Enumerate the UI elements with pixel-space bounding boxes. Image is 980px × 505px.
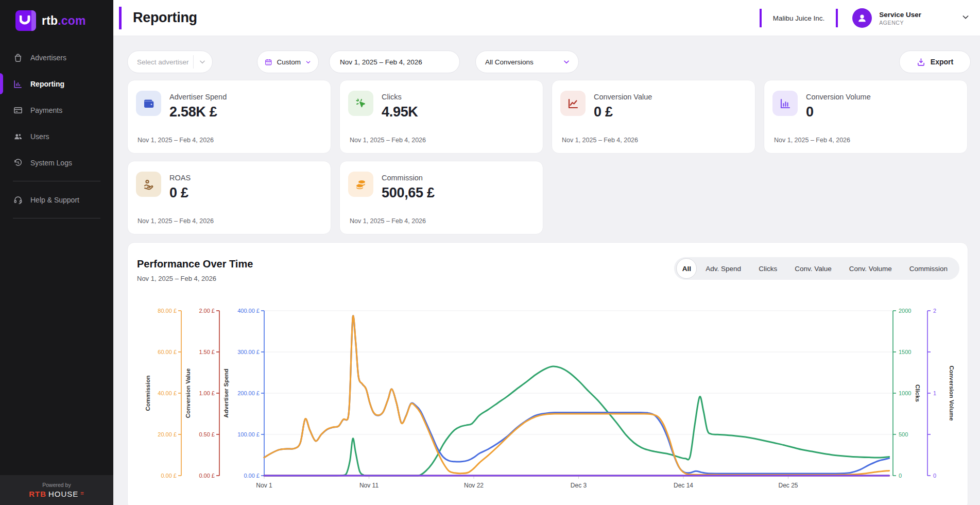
metric-value: 0 £	[169, 185, 188, 201]
sidebar-item-reporting[interactable]: Reporting	[0, 71, 113, 97]
metric-title: Advertiser Spend	[169, 93, 227, 101]
powered-by-label: Powered by	[42, 482, 71, 488]
users-icon	[13, 131, 23, 142]
metric-period: Nov 1, 2025 – Feb 4, 2026	[350, 137, 426, 144]
sidebar-item-users[interactable]: Users	[0, 123, 113, 149]
axis-tick-label: 1.00 £	[199, 390, 215, 396]
metric-title: Clicks	[382, 93, 402, 101]
sidebar-nav: Advertisers Reporting Payments Users Sys…	[0, 44, 113, 224]
tab-all[interactable]: All	[676, 258, 697, 279]
conversions-select[interactable]: All Conversions	[475, 50, 579, 73]
metric-card-roas: ROAS 0 £ Nov 1, 2025 – Feb 4, 2026	[127, 161, 331, 234]
metric-title: ROAS	[169, 174, 191, 182]
date-preset-select[interactable]: Custom	[257, 50, 319, 73]
sidebar-item-payments[interactable]: Payments	[0, 97, 113, 123]
axis-tick-label: 40.00 £	[158, 390, 177, 396]
tab-conv-volume[interactable]: Conv. Volume	[840, 265, 901, 273]
axis-tick-label: 100.00 £	[237, 431, 260, 437]
bar-chart-icon	[13, 79, 23, 89]
chevron-down-icon	[199, 58, 206, 65]
cursor-click-icon	[348, 91, 373, 116]
advertiser-select-placeholder: Select advertiser	[137, 58, 189, 66]
reporting-dashboard: { "sidebar": { "logo": { "brand": "rtb",…	[0, 0, 980, 505]
rtb-house-logo: RTBHOUSE=	[29, 490, 84, 498]
filter-bar: Select advertiser Custom Nov 1, 2025 – F…	[127, 50, 971, 73]
axis-tick-label: 0.50 £	[199, 431, 215, 437]
x-axis-label: Dec 14	[674, 482, 693, 489]
user-menu[interactable]: Service User AGENCY	[852, 8, 970, 28]
user-role: AGENCY	[879, 20, 921, 26]
metric-period: Nov 1, 2025 – Feb 4, 2026	[562, 137, 638, 144]
user-name: Service User	[879, 11, 921, 19]
sidebar-item-label: Advertisers	[30, 54, 66, 62]
axis-tick-label: 1.50 £	[199, 349, 215, 355]
axis-tick-label: 0.00 £	[199, 473, 215, 479]
title-accent-bar	[119, 7, 122, 29]
page-title: Reporting	[133, 10, 197, 26]
axis-title-adv_spend: Advertiser Spend	[223, 368, 229, 417]
metric-period: Nov 1, 2025 – Feb 4, 2026	[350, 217, 426, 225]
sidebar-item-advertisers[interactable]: Advertisers	[0, 44, 113, 71]
metric-period: Nov 1, 2025 – Feb 4, 2026	[137, 137, 214, 144]
performance-over-time-card: Performance Over Time Nov 1, 2025 – Feb …	[127, 242, 968, 505]
axis-tick-label: 1500	[899, 349, 911, 355]
x-axis-label: Nov 22	[464, 482, 484, 489]
axis-tick-label: 1000	[899, 390, 911, 396]
metric-value: 2.58K £	[169, 104, 217, 120]
company-accent-bar-right	[836, 9, 838, 27]
axis-tick-label: 2000	[899, 308, 911, 314]
metric-period: Nov 1, 2025 – Feb 4, 2026	[774, 137, 850, 144]
axis-title-commission: Commission	[145, 375, 151, 411]
sidebar-item-system-logs[interactable]: System Logs	[0, 149, 113, 176]
logo-text: rtb.com	[42, 14, 86, 28]
tab-adv-spend[interactable]: Adv. Spend	[697, 265, 750, 273]
tab-clicks[interactable]: Clicks	[750, 265, 786, 273]
axis-tick-label: 500	[899, 431, 908, 437]
metric-card-commission: Commission 500,65 £ Nov 1, 2025 – Feb 4,…	[339, 161, 543, 234]
conversions-value: All Conversions	[485, 58, 534, 66]
sidebar-item-label: Reporting	[30, 80, 64, 88]
sidebar-item-help-support[interactable]: Help & Support	[0, 187, 113, 213]
metric-value: 0 £	[594, 104, 613, 120]
user-avatar-icon	[852, 8, 872, 28]
advertiser-select[interactable]: Select advertiser	[127, 50, 213, 73]
hand-coin-icon	[136, 172, 161, 197]
metric-tabs: All Adv. Spend Clicks Conv. Value Conv. …	[674, 257, 959, 280]
company-label: Malibu Juice Inc.	[762, 14, 836, 22]
sidebar-item-label: Users	[30, 132, 49, 141]
axis-tick-label: 0	[933, 473, 936, 479]
metric-value: 4.95K	[382, 104, 418, 120]
chevron-down-icon[interactable]	[961, 13, 970, 23]
axis-tick-label: 60.00 £	[158, 349, 177, 355]
metric-card-conversion-value: Conversion Value 0 £ Nov 1, 2025 – Feb 4…	[552, 80, 755, 154]
app-logo[interactable]: rtb.com	[15, 10, 86, 31]
metric-value: 0	[806, 104, 814, 120]
metric-title: Conversion Value	[594, 93, 652, 101]
date-range-input[interactable]: Nov 1, 2025 – Feb 4, 2026	[329, 50, 460, 73]
metric-value: 500,65 £	[382, 185, 435, 201]
axis-tick-label: 300.00 £	[237, 349, 260, 355]
axis-tick-label: 200.00 £	[237, 390, 260, 396]
chevron-down-icon	[305, 59, 311, 65]
tab-conv-value[interactable]: Conv. Value	[786, 265, 840, 273]
axis-tick-label: 0.00 £	[244, 473, 260, 479]
column-chart-icon	[772, 91, 798, 116]
performance-chart[interactable]: 0.00 £20.00 £40.00 £60.00 £80.00 £Commis…	[145, 302, 969, 503]
line-chart-icon	[560, 91, 586, 116]
performance-title: Performance Over Time	[137, 258, 253, 270]
axis-tick-label: 400.00 £	[237, 308, 260, 314]
export-label: Export	[931, 58, 953, 66]
x-axis-label: Nov 11	[359, 482, 379, 489]
tab-commission[interactable]: Commission	[901, 265, 956, 273]
sidebar-item-label: System Logs	[30, 159, 72, 167]
date-range-value: Nov 1, 2025 – Feb 4, 2026	[340, 58, 422, 66]
chevron-down-icon	[563, 58, 570, 65]
axis-tick-label: 1	[933, 390, 936, 396]
metric-card-advertiser-spend: Advertiser Spend 2.58K £ Nov 1, 2025 – F…	[127, 80, 331, 154]
axis-tick-label: 20.00 £	[158, 431, 177, 437]
export-button[interactable]: Export	[899, 50, 971, 73]
performance-subtitle: Nov 1, 2025 – Feb 4, 2026	[137, 275, 216, 282]
sidebar-item-label: Payments	[30, 106, 62, 114]
axis-tick-label: 80.00 £	[158, 308, 177, 314]
calendar-icon	[265, 58, 272, 66]
